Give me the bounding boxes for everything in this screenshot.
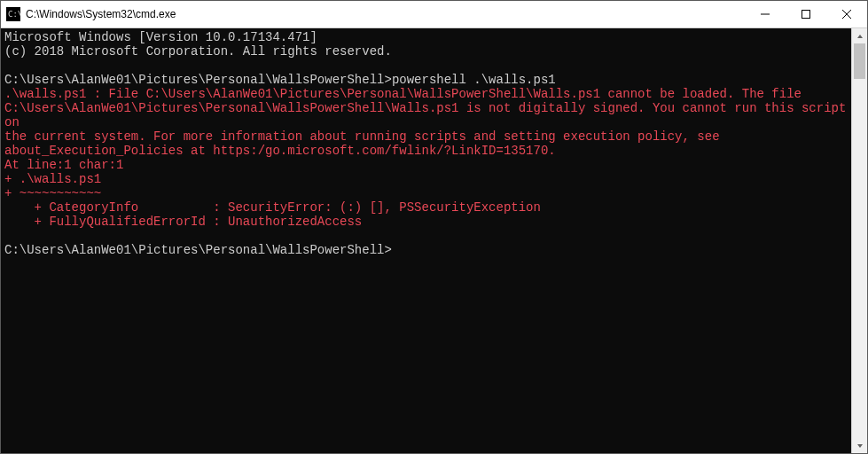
svg-text:C:\: C:\ — [8, 10, 20, 19]
error-line-9: + FullyQualifiedErrorId : UnauthorizedAc… — [4, 215, 362, 229]
svg-marker-7 — [857, 444, 863, 448]
error-line-1: .\walls.ps1 : File C:\Users\AlanWe01\Pic… — [4, 87, 802, 101]
vertical-scrollbar[interactable] — [851, 28, 867, 453]
error-line-6: + .\walls.ps1 — [4, 172, 101, 186]
blank-line — [4, 229, 848, 243]
prompt-1-path: C:\Users\AlanWe01\Pictures\Personal\Wall… — [4, 73, 392, 87]
cmd-icon: C:\ — [6, 7, 20, 21]
window-title: C:\Windows\System32\cmd.exe — [26, 8, 176, 20]
scroll-up-button[interactable] — [852, 28, 867, 43]
banner-line-2: (c) 2018 Microsoft Corporation. All righ… — [4, 44, 392, 59]
maximize-button[interactable] — [786, 1, 826, 27]
svg-rect-3 — [802, 11, 810, 19]
close-button[interactable] — [826, 1, 867, 27]
window-body: Microsoft Windows [Version 10.0.17134.47… — [1, 28, 867, 453]
minimize-button[interactable] — [745, 1, 786, 27]
scroll-down-button[interactable] — [852, 438, 867, 453]
cmd-window: C:\ C:\Windows\System32\cmd.exe Microsof… — [0, 0, 868, 454]
error-line-4: about_Execution_Policies at https:/go.mi… — [4, 144, 556, 158]
svg-marker-6 — [857, 35, 863, 38]
error-line-3: the current system. For more information… — [4, 129, 720, 144]
error-line-8: + CategoryInfo : SecurityError: (:) [], … — [4, 200, 541, 215]
banner-line-1: Microsoft Windows [Version 10.0.17134.47… — [4, 30, 317, 44]
titlebar[interactable]: C:\ C:\Windows\System32\cmd.exe — [1, 1, 867, 28]
terminal-output[interactable]: Microsoft Windows [Version 10.0.17134.47… — [1, 28, 851, 453]
blank-line — [4, 59, 848, 73]
prompt-2-path: C:\Users\AlanWe01\Pictures\Personal\Wall… — [4, 243, 392, 257]
error-line-7: + ~~~~~~~~~~~ — [4, 186, 101, 200]
scroll-thumb[interactable] — [854, 43, 865, 79]
error-line-5: At line:1 char:1 — [4, 158, 123, 172]
prompt-1-command: powershell .\walls.ps1 — [392, 73, 556, 87]
error-line-2: C:\Users\AlanWe01\Pictures\Personal\Wall… — [4, 101, 851, 129]
